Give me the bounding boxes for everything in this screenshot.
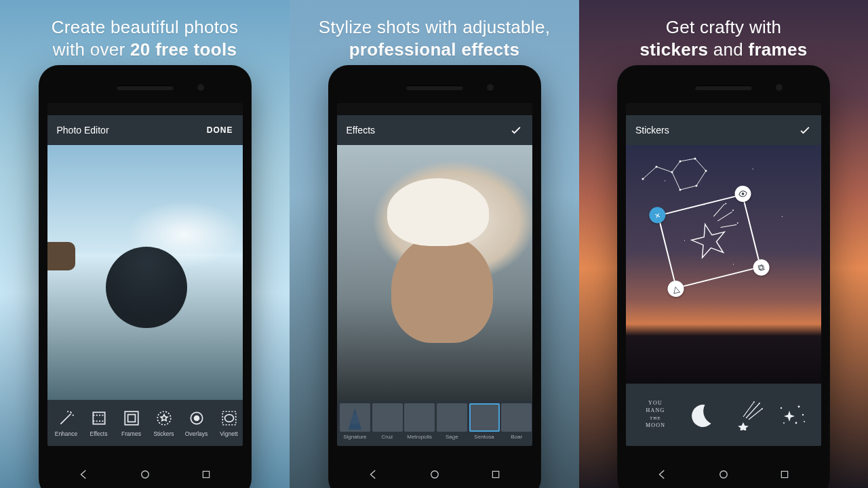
- phone-mockup: Stickers ×: [617, 65, 830, 488]
- photo-canvas[interactable]: × △ ⧉: [626, 145, 821, 384]
- effect-cruz[interactable]: Cruz: [372, 403, 403, 440]
- back-key[interactable]: [656, 468, 669, 481]
- svg-point-29: [780, 407, 781, 409]
- effect-label: Sage: [446, 434, 458, 440]
- tool-stickers[interactable]: Stickers: [148, 400, 180, 446]
- svg-point-12: [642, 178, 644, 180]
- svg-rect-34: [781, 471, 787, 477]
- recent-key[interactable]: [199, 468, 213, 481]
- recent-key[interactable]: [489, 468, 502, 481]
- confirm-button[interactable]: [798, 123, 812, 137]
- app-bar: Stickers: [626, 115, 821, 145]
- svg-point-31: [804, 421, 805, 422]
- tool-label: Effects: [90, 430, 108, 437]
- app-bar: Effects: [337, 115, 532, 145]
- effect-label: Boar: [511, 434, 522, 440]
- effect-metropolis[interactable]: Metropolis: [404, 403, 435, 440]
- app-bar: Photo Editor DONE: [47, 115, 243, 145]
- svg-point-23: [741, 192, 744, 195]
- svg-point-14: [671, 171, 673, 174]
- svg-point-18: [696, 185, 698, 187]
- tool-vignette[interactable]: Vignett: [213, 400, 243, 446]
- speaker-grille: [695, 85, 752, 90]
- effect-sage[interactable]: Sage: [437, 403, 468, 440]
- tool-overlays[interactable]: Overlays: [180, 400, 213, 446]
- svg-point-28: [802, 414, 803, 415]
- panel-effects: Stylize shots with adjustable, professio…: [290, 0, 579, 488]
- effect-thumb: [469, 403, 500, 432]
- filmstrip-icon: [90, 409, 108, 427]
- svg-point-10: [431, 471, 438, 479]
- app-bar-title: Stickers: [635, 125, 669, 136]
- star-circle-icon: [155, 409, 173, 427]
- tool-label: Overlays: [185, 430, 208, 437]
- home-key[interactable]: [138, 468, 152, 481]
- vignette-icon: [220, 409, 238, 427]
- back-key[interactable]: [77, 468, 91, 481]
- sticker-option-moon[interactable]: [678, 384, 724, 446]
- tool-frames[interactable]: Frames: [115, 400, 148, 446]
- effect-thumb: [340, 403, 370, 432]
- front-camera: [197, 84, 204, 91]
- svg-rect-11: [492, 471, 498, 477]
- headline-bold: stickers: [639, 39, 708, 60]
- eye-icon: [737, 188, 749, 199]
- svg-point-22: [737, 222, 738, 224]
- sticker-option-shooting-star[interactable]: [724, 384, 769, 446]
- sample-photo: [337, 145, 532, 400]
- phone-screen: Stickers ×: [626, 103, 821, 446]
- headline-bold: frames: [748, 39, 807, 60]
- svg-point-15: [679, 161, 682, 163]
- headline-line: Get crafty with: [666, 17, 782, 37]
- text-sticker-label: YOUHANGTHEMOON: [646, 400, 665, 429]
- photo-canvas[interactable]: [337, 145, 532, 400]
- tool-enhance[interactable]: Enhance: [50, 400, 83, 446]
- svg-point-24: [759, 403, 760, 404]
- frame-icon: [123, 409, 140, 427]
- photo-canvas[interactable]: [47, 145, 243, 400]
- effect-strip[interactable]: Signature Cruz Metropolis Sage Sentosa B…: [337, 400, 532, 446]
- headline-bold: 20 free tools: [130, 39, 237, 60]
- headline-line: Create beautiful photos: [52, 17, 239, 37]
- svg-point-13: [656, 166, 658, 168]
- done-button[interactable]: DONE: [207, 125, 233, 135]
- recent-key[interactable]: [778, 468, 791, 481]
- back-key[interactable]: [367, 468, 380, 481]
- tool-effects[interactable]: Effects: [83, 400, 115, 446]
- effect-boar[interactable]: Boar: [501, 403, 532, 440]
- app-bar-title: Photo Editor: [57, 125, 109, 136]
- panel-tools: Create beautiful photos with over 20 fre…: [0, 0, 290, 488]
- effect-thumb: [437, 403, 467, 432]
- headline-line: and: [708, 39, 748, 60]
- svg-rect-0: [93, 412, 104, 424]
- sticker-option-text[interactable]: YOUHANGTHEMOON: [633, 384, 678, 446]
- effect-thumb: [404, 403, 435, 432]
- effect-label: Metropolis: [407, 434, 432, 440]
- phone-mockup: Photo Editor DONE Enhance Effects: [39, 65, 252, 488]
- front-camera: [487, 84, 494, 91]
- front-camera: [776, 84, 783, 91]
- effect-sentosa[interactable]: Sentosa: [469, 403, 500, 440]
- home-key[interactable]: [428, 468, 441, 481]
- svg-point-32: [783, 422, 785, 424]
- effect-label: Cruz: [382, 434, 393, 440]
- android-nav-bar: [39, 468, 252, 481]
- constellation-decor: [639, 152, 714, 199]
- speaker-grille: [406, 85, 463, 90]
- android-nav-bar: [328, 468, 541, 481]
- sticker-tray[interactable]: YOUHANGTHEMOON: [626, 384, 821, 446]
- sample-photo: [47, 145, 243, 400]
- tool-label: Vignett: [220, 430, 237, 437]
- svg-rect-2: [127, 414, 135, 422]
- tool-row[interactable]: Enhance Effects Frames Stickers: [47, 400, 243, 446]
- svg-point-8: [141, 471, 149, 479]
- wand-icon: [58, 409, 75, 427]
- effect-signature[interactable]: Signature: [340, 403, 371, 440]
- sticker-option-sparkle[interactable]: [769, 384, 814, 446]
- effect-thumb: [501, 403, 532, 432]
- home-key[interactable]: [717, 468, 730, 481]
- confirm-button[interactable]: [509, 123, 523, 137]
- svg-point-26: [753, 401, 755, 403]
- svg-rect-9: [203, 471, 209, 477]
- tool-label: Frames: [121, 430, 141, 437]
